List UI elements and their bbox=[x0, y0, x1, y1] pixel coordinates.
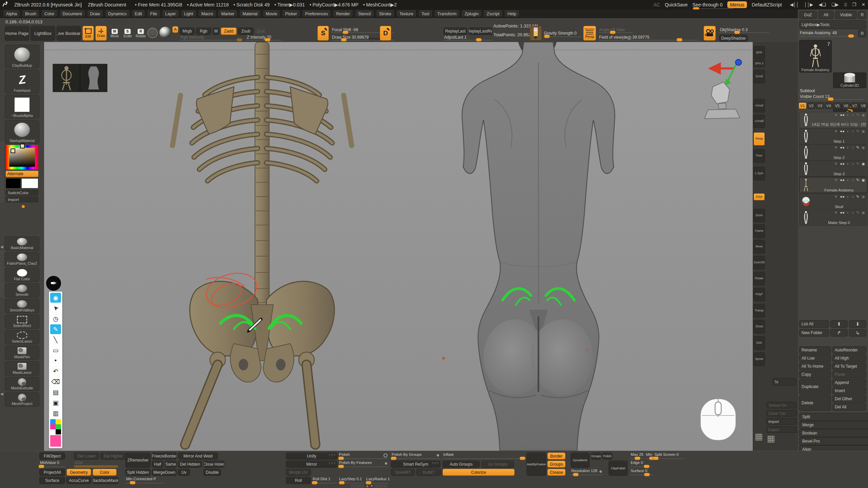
grid-icon[interactable] bbox=[768, 436, 774, 443]
uv-groups-button[interactable]: Uv Groups bbox=[481, 461, 514, 468]
projectall-button[interactable]: ProjectAll bbox=[39, 469, 65, 476]
sculptris-pro-button[interactable]: ✎S bbox=[317, 26, 329, 41]
colorize-button[interactable]: Colorize bbox=[442, 469, 515, 476]
current-color-swatch[interactable] bbox=[50, 435, 61, 447]
subtool-item-step-1[interactable]: ▼●●◐◑✎◉Step 1 bbox=[799, 128, 867, 144]
list-arrow-icon[interactable]: ▼ bbox=[834, 195, 838, 199]
canvas-background[interactable] bbox=[44, 42, 753, 451]
z-intensity-slider[interactable]: Z Intensity 20 bbox=[246, 35, 281, 41]
live-boolean-button[interactable]: Live Boolean bbox=[57, 26, 81, 41]
movie-camera-button[interactable] bbox=[704, 26, 716, 41]
move-button[interactable]: MMove bbox=[108, 26, 121, 41]
toggle-dot-icon[interactable] bbox=[599, 470, 602, 473]
texture-palette-header[interactable]: Te bbox=[772, 378, 796, 386]
accucurve-button[interactable]: AccuCurve bbox=[66, 477, 91, 484]
brush-icon[interactable]: ✎ bbox=[856, 178, 859, 182]
shelf-item-masklasso[interactable]: MaskLasso bbox=[5, 361, 39, 375]
menu-preferences[interactable]: Preferences bbox=[302, 11, 331, 17]
shelf-item-basicmaterial[interactable]: BasicMaterial bbox=[5, 237, 39, 251]
shelf-item-fabiopaiva-clay2[interactable]: FabioPaiva_Clay2 bbox=[5, 252, 39, 266]
menu-alpha[interactable]: Alpha bbox=[3, 11, 20, 17]
minimize-icon[interactable]: ⍗ bbox=[844, 2, 847, 7]
dock-right-icon[interactable]: ❏▶ bbox=[831, 2, 839, 7]
auto-groups-button[interactable]: Auto Groups bbox=[442, 461, 480, 468]
pen-tool-badge-icon[interactable]: ✒ bbox=[46, 276, 61, 291]
shelf-item-meshextrude[interactable]: MeshExtrude bbox=[5, 377, 39, 391]
close-holes-button[interactable]: Close Holes bbox=[203, 461, 224, 468]
contrast-icon[interactable]: ◑ bbox=[852, 195, 854, 199]
mirror-button[interactable]: Mirrorx y z bbox=[286, 461, 337, 468]
rightshelf-gxyz-button[interactable]: Gxyz bbox=[753, 193, 765, 201]
delete-button[interactable]: Delete bbox=[799, 395, 831, 411]
rightshelf-actual-button[interactable]: Actual bbox=[753, 99, 765, 113]
uv-button[interactable]: Uv bbox=[178, 469, 190, 476]
insert-button[interactable]: Insert bbox=[832, 387, 866, 394]
mergedown-button[interactable]: MergeDown bbox=[152, 469, 177, 476]
zcut-button[interactable]: Zcut bbox=[255, 27, 267, 35]
secondary-color-swatch[interactable] bbox=[21, 178, 38, 188]
polypaint-icon[interactable]: ●● bbox=[840, 113, 845, 117]
mrgb-button[interactable]: Mrgb bbox=[180, 27, 195, 35]
autoreorder-button[interactable]: AutoReorder bbox=[832, 346, 866, 354]
del-higher-button[interactable]: Del Higher bbox=[100, 452, 126, 460]
layer-icon[interactable]: ◐ bbox=[847, 210, 849, 215]
contrast-icon[interactable]: ◑ bbox=[852, 129, 854, 134]
eye-icon[interactable]: ◉ bbox=[862, 145, 865, 150]
polypaint-icon[interactable]: ●● bbox=[840, 178, 845, 182]
subtool-item-female-anatomy[interactable]: ▼●●◐◑✎◉Female Anatomy bbox=[799, 177, 867, 193]
menu-render[interactable]: Render bbox=[333, 11, 353, 17]
menu-layer[interactable]: Layer bbox=[162, 11, 179, 17]
tool-thumb-female-anatomy[interactable]: 7 Female Anatomy bbox=[799, 40, 832, 73]
ref-thumbnail-body[interactable] bbox=[80, 64, 107, 92]
crease-button[interactable]: Crease bbox=[547, 469, 566, 476]
rightshelf-frame-button[interactable]: Frame bbox=[753, 224, 765, 238]
subtool-tab-v5[interactable]: V5 bbox=[833, 102, 841, 109]
menu-stencil[interactable]: Stencil bbox=[355, 11, 374, 17]
dot-size-icon[interactable]: • bbox=[50, 356, 61, 366]
polish-button[interactable]: Polish bbox=[602, 452, 612, 460]
maskbyfeature-button[interactable]: MaskByFeature bbox=[527, 452, 546, 476]
rightshelf-zoom3d-button[interactable]: Zoom3D bbox=[753, 256, 765, 269]
replay-last-rel-button[interactable]: ReplayLastRel bbox=[469, 27, 492, 35]
toggle-dot-icon[interactable] bbox=[437, 454, 439, 456]
eye-icon[interactable]: ◉ bbox=[862, 195, 865, 199]
midvalue-0-slider[interactable]: MidValue 0 bbox=[39, 461, 65, 468]
ref-thumbnail-skeleton[interactable] bbox=[53, 64, 80, 92]
home-page-button[interactable]: Home Page bbox=[5, 26, 29, 41]
brush-icon[interactable]: ✎ bbox=[856, 129, 859, 134]
shelf-item-maskpen[interactable]: MaskPen bbox=[5, 346, 39, 360]
storemt-button[interactable]: StoreMT bbox=[391, 469, 415, 476]
paste-button[interactable]: Paste bbox=[832, 371, 866, 378]
zremesher-button[interactable]: ZRemesher bbox=[125, 452, 151, 468]
sdiv-slider[interactable]: SDiv bbox=[74, 461, 118, 468]
brush-icon[interactable]: ✎ bbox=[856, 113, 859, 117]
layer-icon[interactable]: ◐ bbox=[847, 129, 849, 134]
polypaint-icon[interactable]: ●● bbox=[840, 129, 845, 134]
subtool-tab-v7[interactable]: V7 bbox=[851, 102, 859, 109]
eye-icon[interactable]: ◉ bbox=[862, 162, 865, 166]
tool-slider[interactable]: Female Anatomy. 48 bbox=[799, 30, 856, 37]
rightshelf-transp-button[interactable]: Transp bbox=[753, 304, 765, 318]
goz-visible-button[interactable]: Visible bbox=[835, 11, 857, 19]
polypaint-icon[interactable]: ●● bbox=[840, 210, 845, 215]
folder-redo-button[interactable]: ↱ bbox=[830, 329, 848, 337]
list-arrow-icon[interactable]: ▼ bbox=[834, 210, 838, 215]
undo-icon[interactable]: ↶ bbox=[50, 366, 61, 376]
min-slider[interactable]: Min bbox=[645, 452, 653, 460]
divider-left-icon[interactable]: ◀││ bbox=[790, 2, 799, 7]
eye-icon[interactable]: ◉ bbox=[862, 129, 865, 134]
groups-button[interactable]: Groups bbox=[547, 461, 566, 468]
shelf-item-brushalpha[interactable]: ~BrushAlpha bbox=[5, 95, 39, 119]
subtool-tab-v8[interactable]: V8 bbox=[859, 102, 867, 109]
menu-picker[interactable]: Picker bbox=[282, 11, 300, 17]
menu-marker[interactable]: Marker bbox=[218, 11, 238, 17]
merge-button[interactable]: Merge bbox=[799, 421, 868, 429]
current-material-preview[interactable] bbox=[6, 204, 38, 235]
duplicate-button[interactable]: Duplicate bbox=[799, 379, 831, 394]
dock-left-icon[interactable]: ◀❏ bbox=[818, 2, 826, 7]
max-25-slider[interactable]: Max 25 bbox=[630, 452, 644, 460]
pointer-icon[interactable]: ➤ bbox=[48, 301, 63, 316]
subtool-up-button[interactable]: ⬆ bbox=[830, 320, 848, 328]
screenshot-icon[interactable]: ▣ bbox=[50, 398, 61, 408]
menu-help[interactable]: Help bbox=[504, 11, 520, 17]
